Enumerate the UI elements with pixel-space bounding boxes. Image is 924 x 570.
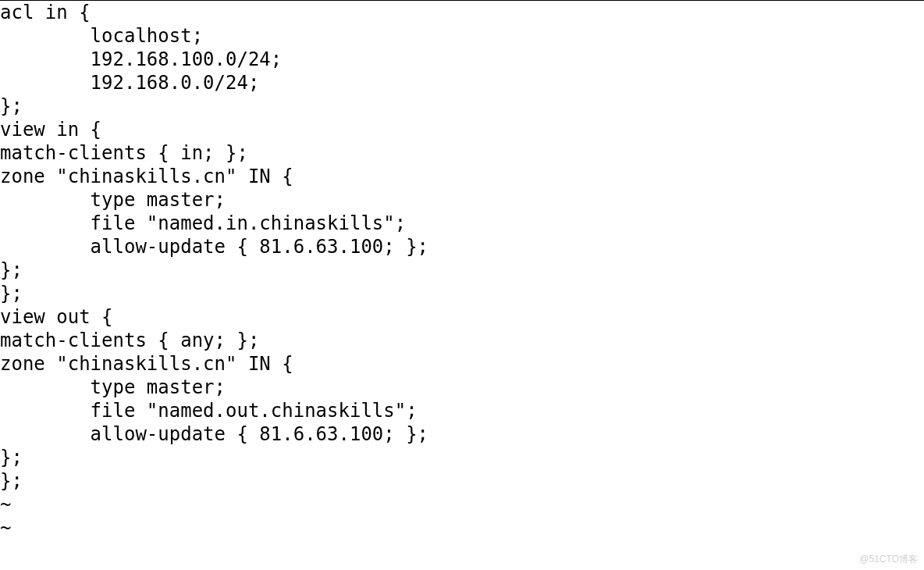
- line-19: allow-update { 81.6.63.100; };: [0, 423, 428, 445]
- line-7: match-clients { in; };: [0, 142, 248, 164]
- line-15: match-clients { any; };: [0, 330, 259, 351]
- line-2: localhost;: [0, 25, 203, 47]
- line-18: file "named.out.chinaskills";: [0, 400, 418, 422]
- line-14: view out {: [0, 306, 113, 328]
- watermark-text: @51CTO博客: [859, 554, 918, 565]
- line-8: zone "chinaskills.cn" IN {: [0, 166, 293, 187]
- line-21: };: [0, 470, 23, 492]
- line-6: view in {: [0, 119, 101, 141]
- line-9: type master;: [0, 189, 226, 211]
- line-3: 192.168.100.0/24;: [0, 48, 282, 70]
- config-file-content[interactable]: acl in { localhost; 192.168.100.0/24; 19…: [0, 1, 924, 540]
- line-16: zone "chinaskills.cn" IN {: [0, 353, 293, 375]
- line-4: 192.168.0.0/24;: [0, 72, 259, 94]
- line-1: acl in {: [0, 2, 91, 23]
- line-11: allow-update { 81.6.63.100; };: [0, 236, 428, 258]
- line-13: };: [0, 283, 23, 305]
- vim-tilde-2: ~: [0, 517, 11, 539]
- line-12: };: [0, 259, 23, 281]
- vim-tilde-1: ~: [0, 493, 11, 515]
- line-17: type master;: [0, 376, 226, 398]
- line-10: file "named.in.chinaskills";: [0, 212, 406, 234]
- line-5: };: [0, 95, 23, 117]
- line-20: };: [0, 447, 23, 468]
